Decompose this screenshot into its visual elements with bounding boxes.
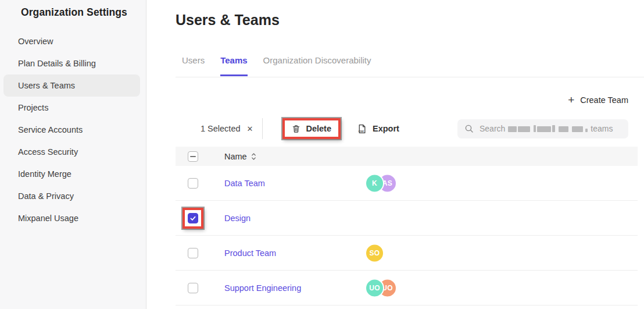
- trash-icon: [292, 125, 300, 133]
- sidebar-title: Organization Settings: [21, 6, 127, 19]
- sidebar-item-overview[interactable]: Overview: [3, 30, 140, 52]
- member-avatars: UO UO: [366, 279, 396, 296]
- avatar: SO: [366, 244, 383, 261]
- tab-teams[interactable]: Teams: [220, 55, 247, 76]
- sidebar-item-mixpanel-usage[interactable]: Mixpanel Usage: [3, 207, 140, 229]
- table-header-row: Name: [176, 147, 638, 166]
- svg-text:csv: csv: [359, 129, 364, 133]
- checkbox-annotation-highlight: [183, 208, 203, 229]
- team-name-link[interactable]: Design: [224, 214, 251, 223]
- row-checkbox[interactable]: [188, 178, 198, 189]
- member-avatars: K AS: [366, 175, 396, 191]
- table-row-product-team: Product Team SO: [176, 236, 638, 271]
- avatar: K: [366, 175, 383, 191]
- check-icon: [189, 215, 196, 222]
- sort-icon[interactable]: [251, 152, 256, 161]
- sidebar-item-plan-details-billing[interactable]: Plan Details & Billing: [3, 52, 140, 74]
- toolbar-divider: [262, 118, 263, 139]
- sidebar-item-service-accounts[interactable]: Service Accounts: [3, 119, 140, 141]
- csv-file-icon: csv: [357, 124, 367, 134]
- teams-table: Name Data Team K AS: [176, 147, 638, 306]
- row-checkbox[interactable]: [188, 248, 198, 258]
- selected-count: 1 Selected: [201, 124, 241, 133]
- member-avatars: SO: [366, 244, 383, 261]
- search-input[interactable]: Search teams: [457, 119, 628, 138]
- row-checkbox-checked[interactable]: [188, 213, 198, 223]
- tab-bar: Users Teams Organization Discoverability: [176, 55, 371, 76]
- redacted-org-name: [508, 125, 588, 132]
- sidebar-item-data-privacy[interactable]: Data & Privacy: [3, 185, 140, 207]
- select-all-checkbox[interactable]: [188, 151, 198, 162]
- team-name-link[interactable]: Data Team: [224, 179, 265, 188]
- clear-selection-icon[interactable]: ✕: [246, 123, 255, 134]
- create-team-button[interactable]: + Create Team: [568, 95, 628, 105]
- search-icon: [464, 124, 474, 133]
- sidebar-item-users-teams[interactable]: Users & Teams: [3, 74, 140, 97]
- export-button[interactable]: csv Export: [357, 124, 399, 134]
- team-name-link[interactable]: Product Team: [224, 248, 276, 258]
- table-row-data-team: Data Team K AS: [176, 166, 638, 201]
- avatar: UO: [366, 279, 383, 296]
- bulk-actions-toolbar: 1 Selected ✕ Delete: [176, 117, 628, 140]
- sidebar-item-identity-merge[interactable]: Identity Merge: [3, 163, 140, 185]
- tabs-divider: [176, 77, 644, 77]
- page-title: Users & Teams: [176, 12, 280, 29]
- sidebar-item-projects[interactable]: Projects: [3, 97, 140, 119]
- organization-settings-page: Organization Settings Overview Plan Deta…: [0, 0, 644, 309]
- selection-summary: 1 Selected ✕: [201, 123, 254, 134]
- name-column-header: Name: [224, 152, 247, 161]
- delete-label: Delete: [306, 124, 331, 133]
- tab-users[interactable]: Users: [182, 55, 205, 76]
- tab-organization-discoverability[interactable]: Organization Discoverability: [263, 55, 371, 76]
- table-row-design: Design: [176, 201, 638, 236]
- search-placeholder: Search teams: [480, 124, 613, 133]
- export-label: Export: [373, 124, 399, 133]
- row-checkbox[interactable]: [188, 283, 198, 293]
- delete-button[interactable]: Delete: [282, 118, 341, 139]
- main-content: Users & Teams Users Teams Organization D…: [147, 0, 644, 309]
- settings-sidebar: Organization Settings Overview Plan Deta…: [0, 0, 146, 309]
- sidebar-nav: Overview Plan Details & Billing Users & …: [0, 30, 146, 229]
- team-name-link[interactable]: Support Engineering: [224, 283, 301, 293]
- table-row-support-engineering: Support Engineering UO UO: [176, 271, 638, 306]
- sidebar-item-access-security[interactable]: Access Security: [3, 141, 140, 163]
- create-team-label: Create Team: [580, 95, 628, 105]
- plus-icon: +: [568, 95, 574, 105]
